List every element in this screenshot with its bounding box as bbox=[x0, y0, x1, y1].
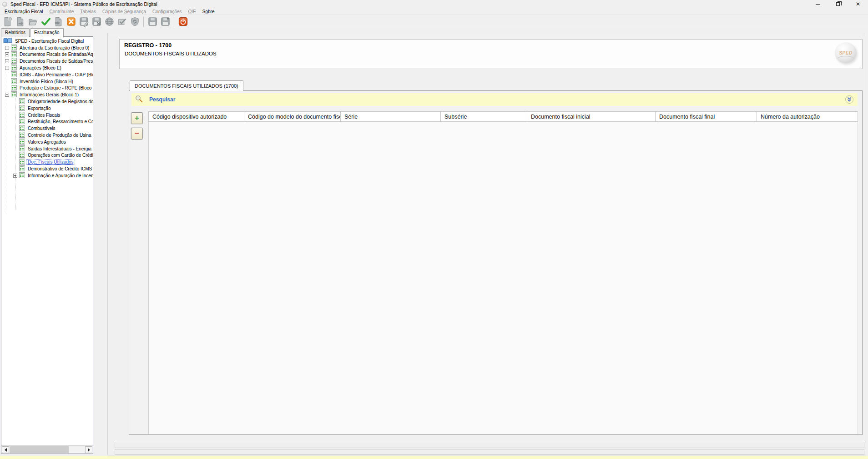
search-bar[interactable]: Pesquisar bbox=[131, 93, 858, 106]
tab-escrituracao[interactable]: Escrituração bbox=[30, 28, 64, 37]
tree-item-informacoes-gerais-bloco-1[interactable]: Informações Gerais (Bloco 1) bbox=[1, 91, 93, 98]
collapse-search-button[interactable] bbox=[845, 95, 853, 104]
scroll-left-button[interactable] bbox=[2, 446, 9, 453]
column-header-serie[interactable]: Série bbox=[341, 112, 441, 121]
double-chevron-down-icon bbox=[847, 97, 852, 102]
tree-item-apuracoes-bloco-e[interactable]: Apurações (Bloco E) bbox=[1, 65, 93, 71]
save-as-icon bbox=[160, 16, 171, 27]
tree-item-label: Valores Agregados bbox=[27, 140, 67, 145]
form-icon bbox=[19, 145, 25, 152]
expand-icon[interactable] bbox=[5, 52, 9, 56]
save-icon bbox=[147, 16, 158, 27]
close-button[interactable]: ✕ bbox=[848, 0, 868, 8]
form-icon bbox=[19, 145, 25, 151]
confirm-check-button[interactable] bbox=[39, 16, 52, 28]
column-header-codigo-dispositivo-autorizado[interactable]: Código dispositivo autorizado bbox=[149, 112, 244, 121]
restore-button[interactable] bbox=[828, 0, 848, 8]
collapse-icon[interactable] bbox=[5, 93, 9, 97]
restore-icon bbox=[836, 2, 840, 6]
tree-item-restituicao-ressarcimento-e-compl[interactable]: Restituição, Ressarcimento e Compl bbox=[1, 119, 93, 125]
menu-bar: Escrituração FiscalContribuinteTabelasCó… bbox=[0, 8, 868, 15]
disk-delete-button bbox=[90, 16, 103, 28]
form-icon bbox=[19, 125, 25, 131]
task-check-button bbox=[116, 16, 128, 28]
tab-relatorios[interactable]: Relatórios bbox=[1, 28, 30, 37]
tree-item-creditos-fiscais[interactable]: Créditos Fiscais bbox=[1, 112, 93, 119]
form-icon bbox=[19, 172, 25, 178]
tree-item-documentos-fiscais-de-saidas-prestac[interactable]: Documentos Fiscais de Saídas/Prestaç bbox=[1, 58, 93, 65]
disk-edit-button bbox=[77, 16, 90, 28]
form-icon bbox=[19, 105, 25, 112]
menu-item-tabelas[interactable]: Tabelas bbox=[77, 9, 99, 14]
menu-item-contribuinte[interactable]: Contribuinte bbox=[46, 9, 77, 14]
form-icon bbox=[11, 65, 17, 71]
tab-documentos-fiscais-utilizados[interactable]: DOCUMENTOS FISCAIS UTILIZADOS (1700) bbox=[130, 80, 243, 91]
tree-item-saidas-interestaduais-energia-elet[interactable]: Saídas Interestaduais - Energia Elét bbox=[1, 145, 93, 152]
tree-item-inventario-fisico-bloco-h[interactable]: Inventário Físico (Bloco H) bbox=[1, 78, 93, 85]
minimize-button[interactable] bbox=[808, 0, 828, 8]
folder-open-button bbox=[26, 16, 39, 28]
expand-icon[interactable] bbox=[5, 59, 9, 63]
register-code: REGISTRO - 1700 bbox=[124, 42, 172, 49]
tree-item-controle-de-producao-de-usina[interactable]: Controle de Produção de Usina bbox=[1, 132, 93, 139]
form-icon bbox=[11, 85, 17, 91]
remove-row-button[interactable]: − bbox=[131, 128, 143, 140]
menu-item-configuracoes[interactable]: Configurações bbox=[149, 9, 185, 14]
form-icon bbox=[11, 51, 17, 58]
scrollbar-thumb[interactable] bbox=[10, 446, 69, 453]
folder-open-icon bbox=[28, 16, 38, 27]
menu-item-sobre[interactable]: Sobre bbox=[199, 9, 218, 14]
column-header-numero-da-autorizacao[interactable]: Número da autorização bbox=[757, 112, 858, 121]
add-row-button[interactable]: + bbox=[131, 112, 143, 124]
tree-item-obrigatoriedade-de-registros-do-blo[interactable]: Obrigatoriedade de Registros do Blo bbox=[1, 98, 93, 105]
form-icon bbox=[11, 78, 17, 84]
grid-body-empty[interactable] bbox=[148, 122, 858, 434]
tree-item-abertura-da-escrituracao-bloco-0[interactable]: Abertura da Escrituração (Bloco 0) bbox=[1, 45, 93, 51]
file-new-icon bbox=[2, 16, 13, 27]
tree-horizontal-scrollbar[interactable] bbox=[1, 445, 93, 454]
shield-sync-button bbox=[128, 16, 141, 28]
tree-item-label: Operações com Cartão de Crédito/D bbox=[27, 153, 93, 158]
expand-icon[interactable] bbox=[5, 66, 9, 70]
tree-item-informacao-e-apuracao-de-incentivo[interactable]: Informação e Apuração de Incentivo bbox=[1, 172, 93, 179]
tree-item-label: Documentos Fiscais de Entradas/Aquisi bbox=[19, 52, 93, 57]
tree-item-documentos-fiscais-de-entradas-aquisi[interactable]: Documentos Fiscais de Entradas/Aquisi bbox=[1, 51, 93, 58]
task-check-icon bbox=[117, 16, 127, 27]
menu-item-copias-de-seguranca[interactable]: Cópias de Segurança bbox=[99, 9, 149, 14]
form-icon bbox=[11, 45, 17, 50]
expand-icon[interactable] bbox=[5, 46, 9, 50]
scroll-right-button[interactable] bbox=[85, 446, 92, 453]
book-icon bbox=[3, 38, 12, 45]
column-header-codigo-do-modelo-do-documento-fiscal[interactable]: Código do modelo do documento fiscal bbox=[244, 112, 341, 121]
left-panel-tabs: RelatóriosEscrituração bbox=[1, 28, 64, 37]
column-header-subserie[interactable]: Subsérie bbox=[441, 112, 527, 121]
shield-sync-icon bbox=[130, 16, 140, 27]
tree-item-exportacao[interactable]: Exportação bbox=[1, 105, 93, 112]
register-name: DOCUMENTOS FISCAIS UTILIZADOS bbox=[125, 51, 217, 56]
expand-icon[interactable] bbox=[13, 174, 17, 178]
menu-item-oie[interactable]: OIE bbox=[185, 9, 199, 14]
power-button[interactable] bbox=[177, 16, 189, 28]
column-header-documento-fiscal-final[interactable]: Documento fiscal final bbox=[656, 112, 757, 121]
column-header-documento-fiscal-inicial[interactable]: Documento fiscal inicial bbox=[527, 112, 656, 121]
tree-item-doc-fiscais-utilizados[interactable]: Doc. Fiscais Utilizados bbox=[1, 159, 93, 165]
file-open-button bbox=[14, 16, 26, 28]
tree-item-producao-e-estoque-rcpe-bloco-k[interactable]: Produção e Estoque - RCPE (Bloco K) bbox=[1, 85, 93, 92]
form-icon bbox=[19, 165, 25, 172]
form-icon bbox=[19, 98, 25, 105]
tree-item-sped-escrituracao-fiscal-digital[interactable]: SPED - Escrituração Fiscal Digital bbox=[1, 38, 93, 45]
tree-item-valores-agregados[interactable]: Valores Agregados bbox=[1, 139, 93, 145]
tree-item-label: Informação e Apuração de Incentivo bbox=[27, 173, 93, 178]
menu-item-escrituracao-fiscal[interactable]: Escrituração Fiscal bbox=[1, 9, 46, 14]
save-as-button bbox=[159, 16, 172, 28]
tree-item-combustiveis[interactable]: Combustíveis bbox=[1, 125, 93, 132]
tree-item-icms-ativo-permanente-ciap-bloco[interactable]: ICMS - Ativo Permanente - CIAP (Bloco bbox=[1, 71, 93, 78]
toolbar bbox=[0, 15, 868, 28]
tree-item-demonstrativo-de-credito-icms[interactable]: Demonstrativo de Crédito ICMS bbox=[1, 165, 93, 172]
form-icon bbox=[11, 85, 17, 92]
cancel-x-button[interactable] bbox=[65, 16, 77, 28]
status-strip-1 bbox=[115, 442, 864, 448]
confirm-check-icon bbox=[40, 16, 51, 27]
tree-item-operacoes-com-cartao-de-credito-d[interactable]: Operações com Cartão de Crédito/D bbox=[1, 152, 93, 159]
tree-item-label: Saídas Interestaduais - Energia Elét bbox=[27, 146, 93, 151]
